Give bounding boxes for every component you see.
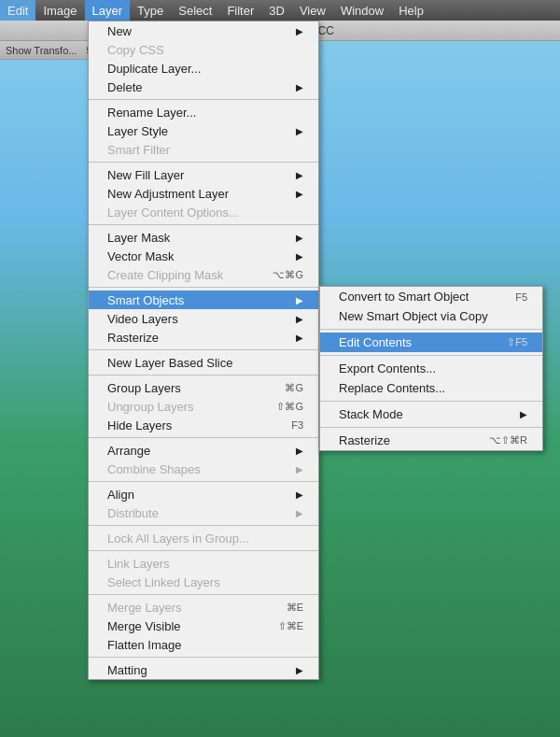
arrow-icon: ▶ (296, 251, 303, 262)
separator (89, 481, 318, 482)
arrow-icon: ▶ (296, 170, 303, 180)
separator (89, 375, 318, 376)
menu-edit[interactable]: Edit (0, 0, 35, 21)
separator (89, 594, 318, 595)
menu-item-vector-mask[interactable]: Vector Mask ▶ (89, 247, 318, 265)
menu-item-duplicate-layer[interactable]: Duplicate Layer... (89, 59, 318, 78)
arrow-icon: ▶ (296, 26, 303, 36)
arrow-icon: ▶ (296, 333, 303, 343)
separator (320, 329, 542, 330)
menu-item-ungroup-layers: Ungroup Layers ⇧⌘G (89, 397, 318, 416)
arrow-icon: ▶ (296, 189, 303, 199)
separator (89, 162, 318, 163)
submenu-item-edit-contents[interactable]: Edit Contents ⇧F5 (320, 333, 542, 352)
layer-dropdown-menu: New ▶ Copy CSS Duplicate Layer... Delete… (88, 21, 319, 680)
submenu-item-convert-to-smart-object[interactable]: Convert to Smart Object F5 (320, 287, 542, 306)
separator (89, 349, 318, 350)
arrow-icon: ▶ (296, 233, 303, 243)
separator (320, 401, 542, 402)
menu-item-smart-objects[interactable]: Smart Objects ▶ (89, 291, 318, 309)
menu-item-new-layer-based-slice[interactable]: New Layer Based Slice (89, 353, 318, 372)
menu-item-smart-filter: Smart Filter (89, 140, 318, 159)
menu-item-merge-layers: Merge Layers ⌘E (89, 598, 318, 617)
transform-label: Show Transfo... (6, 45, 77, 56)
submenu-item-rasterize[interactable]: Rasterize ⌥⇧⌘R (320, 431, 542, 450)
menu-item-hide-layers[interactable]: Hide Layers F3 (89, 416, 318, 434)
separator (89, 525, 318, 526)
menu-3d[interactable]: 3D (261, 0, 292, 21)
menu-item-lock-all-layers: Lock All Layers in Group... (89, 529, 318, 547)
arrow-icon: ▶ (296, 314, 303, 324)
menu-item-align[interactable]: Align ▶ (89, 485, 318, 503)
separator (89, 550, 318, 551)
menu-item-combine-shapes: Combine Shapes ▶ (89, 460, 318, 478)
arrow-icon: ▶ (296, 665, 303, 675)
menu-bar: Edit Image Layer Type Select Filter 3D V… (0, 0, 560, 21)
menu-item-new-fill-layer[interactable]: New Fill Layer ▶ (89, 165, 318, 184)
menu-image[interactable]: Image (35, 0, 84, 21)
submenu-item-new-smart-object-via-copy[interactable]: New Smart Object via Copy (320, 306, 542, 326)
menu-select[interactable]: Select (171, 0, 219, 21)
menu-item-group-layers[interactable]: Group Layers ⌘G (89, 378, 318, 397)
separator (320, 355, 542, 356)
menu-item-matting[interactable]: Matting ▶ (89, 660, 318, 679)
menu-type[interactable]: Type (130, 0, 171, 21)
menu-layer[interactable]: Layer (85, 0, 131, 21)
separator (89, 437, 318, 438)
submenu-item-export-contents[interactable]: Export Contents... (320, 359, 542, 378)
arrow-icon: ▶ (296, 126, 303, 136)
arrow-icon: ▶ (296, 489, 303, 500)
menu-item-merge-visible[interactable]: Merge Visible ⇧⌘E (89, 617, 318, 635)
arrow-icon: ▶ (520, 409, 527, 419)
smart-objects-submenu: Convert to Smart Object F5 New Smart Obj… (319, 286, 543, 451)
separator (89, 99, 318, 100)
arrow-icon: ▶ (296, 464, 303, 475)
separator (89, 287, 318, 288)
menu-item-rasterize[interactable]: Rasterize ▶ (89, 328, 318, 347)
menu-item-layer-mask[interactable]: Layer Mask ▶ (89, 228, 318, 247)
menu-item-new-adjustment-layer[interactable]: New Adjustment Layer ▶ (89, 184, 318, 203)
menu-item-select-linked-layers: Select Linked Layers (89, 573, 318, 591)
separator (89, 657, 318, 658)
separator (320, 427, 542, 428)
menu-item-link-layers: Link Layers (89, 554, 318, 573)
menu-item-layer-content-options: Layer Content Options... (89, 203, 318, 221)
menu-item-delete[interactable]: Delete ▶ (89, 78, 318, 96)
menu-filter[interactable]: Filter (219, 0, 261, 21)
menu-item-new[interactable]: New ▶ (89, 21, 318, 40)
submenu-item-replace-contents[interactable]: Replace Contents... (320, 378, 542, 398)
submenu-item-stack-mode[interactable]: Stack Mode ▶ (320, 404, 542, 424)
menu-item-layer-style[interactable]: Layer Style ▶ (89, 121, 318, 140)
arrow-icon: ▶ (296, 82, 303, 92)
arrow-icon: ▶ (296, 508, 303, 518)
menu-window[interactable]: Window (333, 0, 391, 21)
separator (89, 224, 318, 225)
menu-view[interactable]: View (292, 0, 333, 21)
menu-item-arrange[interactable]: Arrange ▶ (89, 441, 318, 460)
menu-item-rename-layer[interactable]: Rename Layer... (89, 103, 318, 121)
menu-item-create-clipping-mask: Create Clipping Mask ⌥⌘G (89, 265, 318, 284)
menu-item-video-layers[interactable]: Video Layers ▶ (89, 309, 318, 328)
menu-item-copy-css: Copy CSS (89, 40, 318, 59)
arrow-icon: ▶ (296, 446, 303, 456)
menu-item-flatten-image[interactable]: Flatten Image (89, 635, 318, 654)
menu-help[interactable]: Help (391, 0, 431, 21)
arrow-icon: ▶ (296, 295, 303, 305)
menu-item-distribute: Distribute ▶ (89, 503, 318, 522)
